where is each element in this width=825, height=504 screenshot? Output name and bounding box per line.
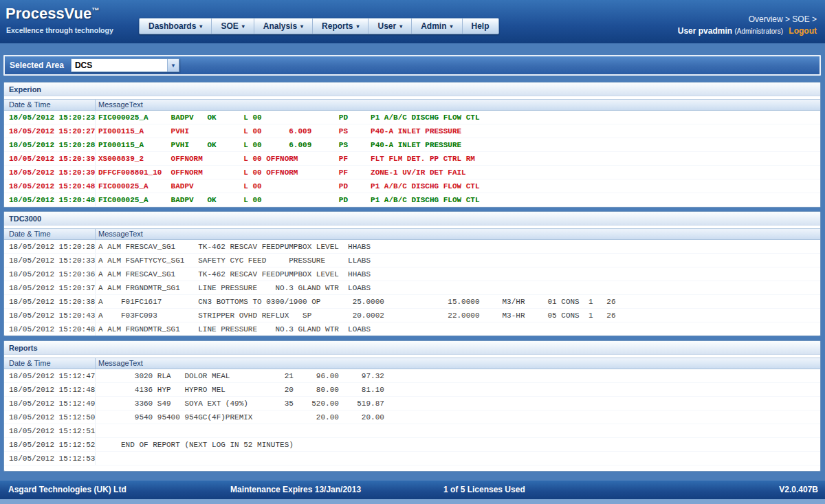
cell-message: A F03FC093 STRIPPER OVHD REFLUX SP 20.00…: [96, 309, 616, 322]
cell-message: [96, 452, 98, 465]
table-row[interactable]: 18/05/2012 15:20:27PI000115_A PVHI L 00 …: [4, 124, 820, 138]
chevron-down-icon: ▾: [300, 23, 303, 30]
table-row[interactable]: 18/05/2012 15:20:28A ALM FRESCAV_SG1 TK-…: [4, 240, 820, 254]
menu-item-label: Reports: [322, 21, 353, 31]
grid-header: Date & Time MessageText: [4, 228, 820, 240]
table-row[interactable]: 18/05/2012 15:20:39XS008839_2 OFFNORM L …: [4, 152, 820, 166]
table-row[interactable]: 18/05/2012 15:20:38A F01FC1617 CN3 BOTTO…: [4, 295, 820, 309]
bottom-strip: [0, 499, 825, 504]
menu-item-help[interactable]: Help: [463, 19, 498, 34]
menu-item-label: Analysis: [263, 21, 297, 31]
cell-message: [96, 424, 98, 437]
table-row[interactable]: 18/05/2012 15:20:48FIC000025_A BADPV L 0…: [4, 179, 820, 193]
cell-message: 3020 RLA DOLOR MEAL 21 96.00 97.32: [96, 369, 384, 382]
table-row[interactable]: 18/05/2012 15:12:48 4136 HYP HYPRO MEL 2…: [4, 383, 820, 397]
column-header-message[interactable]: MessageText: [96, 229, 820, 239]
cell-message: XS008839_2 OFFNORM L 00 OFFNORM PF FLT F…: [96, 152, 475, 165]
cell-datetime: 18/05/2012 15:20:39: [4, 152, 96, 165]
cell-datetime: 18/05/2012 15:20:27: [4, 124, 96, 138]
cell-datetime: 18/05/2012 15:20:36: [4, 267, 96, 281]
menu-item-admin[interactable]: Admin▾: [412, 19, 462, 34]
menu-item-label: Admin: [421, 21, 446, 31]
cell-datetime: 18/05/2012 15:20:23: [4, 111, 96, 124]
chevron-down-icon: ▾: [450, 23, 453, 30]
menu-item-label: Dashboards: [148, 21, 196, 31]
cell-datetime: 18/05/2012 15:20:28: [4, 138, 96, 151]
menu-item-analysis[interactable]: Analysis▾: [254, 19, 313, 34]
cell-message: FIC000025_A BADPV OK L 00 PD P1 A/B/C DI…: [96, 193, 480, 206]
column-header-datetime[interactable]: Date & Time: [4, 358, 96, 369]
app-header: ProcessVue™ Excellence through technolog…: [0, 0, 825, 43]
cell-datetime: 18/05/2012 15:20:43: [4, 309, 96, 322]
cell-datetime: 18/05/2012 15:20:28: [4, 240, 96, 253]
menu-item-soe[interactable]: SOE▾: [212, 19, 254, 34]
grid-header: Date & Time MessageText: [4, 99, 820, 111]
cell-message: 9540 95400 954GC(4F)PREMIX 20.00 20.00: [96, 410, 384, 424]
table-row[interactable]: 18/05/2012 15:20:39DFFCF008801_10 OFFNOR…: [4, 166, 820, 179]
panel-rows: 18/05/2012 15:12:47 3020 RLA DOLOR MEAL …: [4, 369, 820, 465]
breadcrumb[interactable]: Overview > SOE >: [749, 14, 817, 24]
footer-version: V2.0.407B: [779, 481, 818, 499]
panel-title: TDC3000: [4, 212, 820, 226]
footer-company: Asgard Technologies (UK) Ltd: [8, 481, 126, 499]
column-header-datetime[interactable]: Date & Time: [4, 100, 96, 110]
grid-header: Date & Time MessageText: [4, 358, 820, 369]
cell-message: A F01FC1617 CN3 BOTTOMS TO 0300/1900 OP …: [96, 295, 616, 308]
table-row[interactable]: 18/05/2012 15:20:23FIC000025_A BADPV OK …: [4, 111, 820, 124]
cell-datetime: 18/05/2012 15:20:48: [4, 322, 96, 336]
table-row[interactable]: 18/05/2012 15:12:47 3020 RLA DOLOR MEAL …: [4, 369, 820, 383]
chevron-down-icon: ▾: [199, 23, 202, 30]
logout-link[interactable]: Logout: [789, 26, 817, 36]
cell-datetime: 18/05/2012 15:12:49: [4, 397, 96, 410]
table-row[interactable]: 18/05/2012 15:12:50 9540 95400 954GC(4F)…: [4, 410, 820, 424]
cell-datetime: 18/05/2012 15:12:52: [4, 438, 96, 451]
cell-message: 3360 S49 SOYA EXT (49%) 35 520.00 519.87: [96, 397, 384, 410]
area-select-value: DCS: [72, 61, 167, 70]
chevron-down-icon[interactable]: ▼: [167, 59, 179, 72]
table-row[interactable]: 18/05/2012 15:20:33A ALM FSAFTYCYC_SG1 S…: [4, 254, 820, 267]
cell-datetime: 18/05/2012 15:20:39: [4, 166, 96, 179]
footer-licenses: 1 of 5 Licenses Used: [443, 481, 525, 499]
app-logo: ProcessVue™: [6, 5, 99, 23]
app-tagline: Excellence through technology: [6, 26, 113, 34]
menu-item-label: Help: [472, 21, 490, 31]
cell-message: PI000115_A PVHI L 00 6.009 PS P40-A INLE…: [96, 124, 461, 138]
cell-datetime: 18/05/2012 15:20:48: [4, 179, 96, 193]
chevron-down-icon: ▾: [399, 23, 402, 30]
column-header-message[interactable]: MessageText: [96, 358, 820, 369]
chevron-down-icon: ▾: [242, 23, 245, 30]
column-header-datetime[interactable]: Date & Time: [4, 229, 96, 239]
menu-item-reports[interactable]: Reports▾: [313, 19, 368, 34]
cell-message: PI000115_A PVHI OK L 00 6.009 PS P40-A I…: [96, 138, 461, 151]
table-row[interactable]: 18/05/2012 15:20:37A ALM FRGNDMTR_SG1 LI…: [4, 281, 820, 295]
menu-item-dashboards[interactable]: Dashboards▾: [140, 19, 212, 34]
table-row[interactable]: 18/05/2012 15:12:49 3360 S49 SOYA EXT (4…: [4, 397, 820, 410]
column-header-message[interactable]: MessageText: [96, 100, 820, 110]
user-role: (Administrators): [734, 28, 783, 35]
table-row[interactable]: 18/05/2012 15:20:48A ALM FRGNDMTR_SG1 LI…: [4, 322, 820, 336]
table-row[interactable]: 18/05/2012 15:20:36A ALM FRESCAV_SG1 TK-…: [4, 267, 820, 281]
menu-item-user[interactable]: User▾: [368, 19, 412, 34]
area-select[interactable]: DCS ▼: [71, 58, 179, 72]
panel-reports: Reports Date & Time MessageText 18/05/20…: [3, 340, 821, 472]
status-bar: Asgard Technologies (UK) Ltd Maintenance…: [0, 481, 825, 499]
cell-message: DFFCF008801_10 OFFNORM L 00 OFFNORM PF Z…: [96, 166, 466, 179]
table-row[interactable]: 18/05/2012 15:12:52 END OF REPORT (NEXT …: [4, 438, 820, 452]
trademark-symbol: ™: [91, 6, 99, 14]
table-row[interactable]: 18/05/2012 15:12:51: [4, 424, 820, 438]
cell-datetime: 18/05/2012 15:20:38: [4, 295, 96, 308]
panel-title: Experion: [4, 83, 820, 96]
main-menu: Dashboards▾SOE▾Analysis▾Reports▾User▾Adm…: [139, 18, 499, 34]
table-row[interactable]: 18/05/2012 15:12:53: [4, 452, 820, 465]
panel-rows: 18/05/2012 15:20:23FIC000025_A BADPV OK …: [4, 111, 820, 207]
cell-message: FIC000025_A BADPV OK L 00 PD P1 A/B/C DI…: [96, 111, 480, 124]
table-row[interactable]: 18/05/2012 15:20:28PI000115_A PVHI OK L …: [4, 138, 820, 152]
footer-maintenance: Maintenance Expires 13/Jan/2013: [230, 481, 361, 499]
cell-datetime: 18/05/2012 15:12:47: [4, 369, 96, 382]
table-row[interactable]: 18/05/2012 15:20:48FIC000025_A BADPV OK …: [4, 193, 820, 207]
cell-message: A ALM FRGNDMTR_SG1 LINE PRESSURE NO.3 GL…: [96, 281, 371, 294]
panel-experion: Experion Date & Time MessageText 18/05/2…: [3, 82, 821, 208]
cell-datetime: 18/05/2012 15:20:48: [4, 193, 96, 206]
selected-area-bar: Selected Area DCS ▼: [3, 55, 821, 76]
table-row[interactable]: 18/05/2012 15:20:43A F03FC093 STRIPPER O…: [4, 309, 820, 322]
